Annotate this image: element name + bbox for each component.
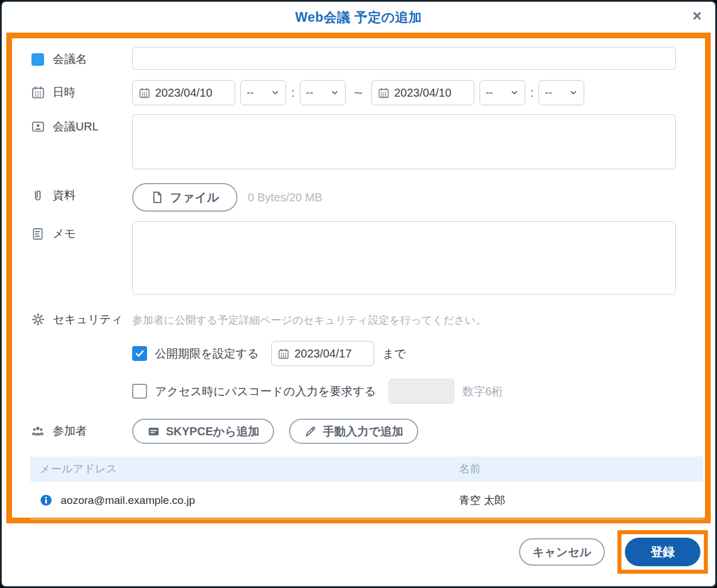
- meeting-url-row: 会議URL: [30, 114, 695, 172]
- end-date-picker[interactable]: 2023/04/10: [371, 80, 474, 105]
- name-column-header: 名前: [459, 462, 703, 476]
- end-date-value: 2023/04/10: [394, 86, 451, 100]
- meeting-url-label: 会議URL: [53, 119, 98, 134]
- memo-label: メモ: [53, 226, 76, 241]
- submit-highlight-box: 登録: [617, 530, 708, 574]
- meeting-name-row: 会議名: [30, 47, 695, 70]
- form-highlight-box: 会議名 日時 2023/04/10 --: [6, 33, 711, 523]
- end-hour-select[interactable]: --: [480, 80, 525, 105]
- chevron-down-icon: [569, 88, 578, 97]
- expiry-checkbox[interactable]: [132, 346, 147, 361]
- datetime-label: 日時: [53, 85, 76, 100]
- participants-label: 参加者: [53, 423, 87, 439]
- participant-email: aozora@mail.example.co.jp: [61, 494, 195, 507]
- end-minute-select[interactable]: --: [538, 80, 584, 105]
- passcode-checkbox[interactable]: [132, 384, 147, 399]
- meeting-url-input[interactable]: [132, 114, 676, 169]
- expiry-date-picker[interactable]: 2023/04/17: [271, 341, 374, 366]
- contact-card-icon: [30, 120, 45, 134]
- check-icon: [134, 348, 145, 359]
- cancel-button[interactable]: キャンセル: [519, 538, 605, 566]
- passcode-checkbox-label: アクセス時にパスコードの入力を要求する: [155, 384, 376, 399]
- memo-input[interactable]: [132, 221, 676, 295]
- datetime-row: 日時 2023/04/10 -- : -- ~: [30, 80, 695, 105]
- security-row: セキュリティ 参加者に公開する予定詳細ページのセキュリティ設定を行ってください。: [30, 307, 695, 327]
- meeting-name-label: 会議名: [53, 51, 87, 67]
- security-label: セキュリティ: [53, 312, 123, 327]
- time-colon: :: [530, 86, 534, 100]
- passcode-hint: 数字6桁: [462, 384, 503, 399]
- web-meeting-add-dialog: Web会議 予定の追加 × 会議名 日時: [0, 0, 717, 588]
- document-icon: [150, 190, 164, 204]
- file-size-quota: 0 Bytes/20 MB: [248, 191, 322, 204]
- add-from-skypce-button[interactable]: SKYPCEから追加: [132, 419, 274, 444]
- gear-icon: [30, 312, 45, 327]
- participants-table-header: メールアドレス 名前: [30, 456, 703, 482]
- participant-table-row: aozora@mail.example.co.jp 青空 太郎: [30, 482, 703, 519]
- passcode-input[interactable]: [389, 379, 454, 404]
- security-description: 参加者に公開する予定詳細ページのセキュリティ設定を行ってください。: [132, 307, 695, 327]
- participants-row: 参加者 SKYPCEから追加 手動入力で追加: [30, 419, 695, 444]
- chevron-down-icon: [510, 88, 519, 97]
- add-manual-button[interactable]: 手動入力で追加: [289, 419, 418, 444]
- expiry-setting-row: 公開期限を設定する 2023/04/17 まで: [132, 341, 695, 366]
- contact-card-icon: [147, 425, 160, 438]
- materials-row: 資料 ファイル 0 Bytes/20 MB: [30, 183, 695, 212]
- materials-label: 資料: [53, 188, 76, 203]
- time-colon: :: [291, 86, 295, 100]
- chevron-down-icon: [330, 88, 339, 97]
- participants-table: メールアドレス 名前 aozora@mail.example.co.jp 青空 …: [30, 456, 703, 519]
- dialog-footer: キャンセル 登録: [2, 523, 715, 581]
- email-column-header: メールアドレス: [30, 462, 459, 476]
- chevron-down-icon: [271, 88, 280, 97]
- meeting-name-input[interactable]: [132, 47, 676, 70]
- date-range-separator: ~: [354, 84, 363, 102]
- memo-row: メモ: [30, 221, 695, 297]
- participant-name: 青空 太郎: [459, 493, 703, 508]
- paperclip-icon: [30, 189, 45, 202]
- passcode-setting-row: アクセス時にパスコードの入力を要求する 数字6桁: [132, 379, 695, 404]
- calendar-icon: [30, 85, 45, 100]
- submit-button[interactable]: 登録: [625, 538, 700, 566]
- expiry-date-value: 2023/04/17: [294, 347, 351, 360]
- meeting-name-icon: [30, 53, 45, 66]
- close-icon[interactable]: ×: [692, 9, 702, 24]
- start-date-value: 2023/04/10: [155, 86, 212, 100]
- info-icon[interactable]: [39, 494, 53, 507]
- calendar-icon: [138, 87, 150, 99]
- dialog-header: Web会議 予定の追加 ×: [2, 2, 715, 33]
- calendar-icon: [378, 87, 390, 99]
- start-minute-select[interactable]: --: [300, 80, 346, 105]
- dialog-title: Web会議 予定の追加: [295, 9, 422, 26]
- start-hour-select[interactable]: --: [240, 80, 286, 105]
- pencil-icon: [304, 425, 317, 438]
- expiry-suffix: まで: [382, 346, 406, 361]
- start-date-picker[interactable]: 2023/04/10: [132, 80, 235, 105]
- expiry-checkbox-label: 公開期限を設定する: [155, 346, 259, 361]
- file-upload-button[interactable]: ファイル: [132, 183, 237, 212]
- calendar-icon: [278, 348, 290, 360]
- memo-icon: [30, 227, 45, 241]
- people-icon: [30, 424, 45, 438]
